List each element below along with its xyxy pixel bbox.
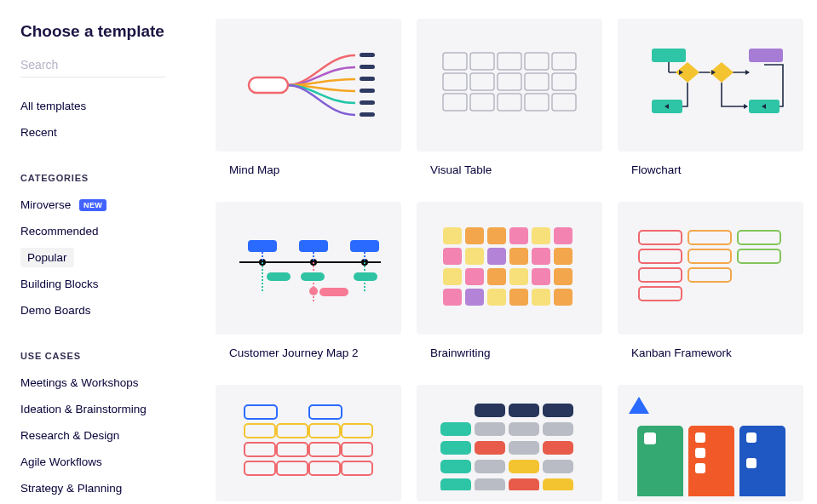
template-card-kanban[interactable]: Kanban Framework [618,202,803,369]
svg-rect-116 [509,478,539,490]
nav-all-templates[interactable]: All templates [20,96,91,116]
svg-rect-125 [746,432,757,443]
template-card-visual-table[interactable]: Visual Table [417,19,602,186]
svg-rect-84 [738,249,780,263]
svg-rect-106 [440,441,471,455]
page-title: Choose a template [20,22,200,41]
nav-popular[interactable]: Popular [20,248,74,267]
svg-rect-71 [465,289,484,306]
svg-rect-100 [509,404,539,417]
svg-rect-113 [543,460,573,473]
svg-rect-77 [639,249,682,263]
svg-rect-51 [319,288,348,296]
template-thumb [417,19,602,152]
svg-rect-48 [354,272,377,281]
svg-rect-126 [746,458,757,468]
svg-rect-96 [277,461,308,475]
svg-rect-36 [299,240,328,252]
section-categories-label: CATEGORIES [20,173,200,183]
template-card-flowchart[interactable]: Flowchart [618,19,803,186]
svg-rect-61 [509,248,528,265]
svg-rect-89 [309,424,340,438]
svg-rect-69 [554,268,572,285]
svg-rect-78 [639,268,682,282]
svg-rect-18 [470,94,494,111]
svg-rect-37 [350,240,379,252]
svg-rect-115 [475,478,505,490]
svg-rect-104 [509,422,539,436]
template-card-cjm[interactable]: Customer Journey Map 2 [216,202,401,369]
svg-rect-68 [532,268,550,285]
svg-rect-52 [443,227,462,244]
svg-rect-95 [245,461,275,475]
main-area: Mind Map Visual Table [200,0,817,504]
svg-rect-70 [443,289,462,306]
svg-rect-105 [543,422,573,436]
svg-rect-57 [554,227,572,244]
template-card[interactable] [216,385,401,501]
svg-rect-55 [509,227,528,244]
search-input[interactable] [20,53,165,77]
svg-rect-59 [465,248,484,265]
svg-rect-94 [342,443,372,456]
nav-ideation[interactable]: Ideation & Brainstorming [20,399,152,419]
svg-rect-35 [248,240,277,252]
nav-recent[interactable]: Recent [20,123,62,142]
nav-strategy[interactable]: Strategy & Planning [20,478,127,498]
usecases-list: Meetings & Workshops Ideation & Brainsto… [20,373,200,504]
template-title: Visual Table [417,152,602,186]
svg-rect-1 [360,53,375,57]
svg-rect-88 [277,424,308,438]
svg-rect-83 [738,231,780,244]
svg-rect-92 [277,443,308,456]
svg-rect-75 [554,289,572,306]
svg-rect-117 [543,478,573,490]
svg-rect-122 [695,432,705,443]
template-card[interactable] [417,385,602,501]
svg-rect-111 [475,460,505,473]
svg-rect-79 [639,287,682,301]
svg-rect-16 [552,73,576,90]
nav-demo-boards[interactable]: Demo Boards [20,301,96,320]
svg-rect-54 [487,227,506,244]
svg-rect-15 [525,73,549,90]
template-card-mind-map[interactable]: Mind Map [216,19,401,186]
svg-rect-21 [552,94,576,111]
svg-rect-67 [509,268,528,285]
template-thumb [216,385,401,501]
svg-rect-2 [360,65,375,69]
svg-rect-3 [360,77,375,81]
svg-rect-56 [532,227,550,244]
nav-item-label: Miroverse [20,198,71,211]
sidebar: Choose a template All templates Recent C… [0,0,200,504]
nav-recommended[interactable]: Recommended [20,221,104,241]
svg-rect-8 [470,53,494,70]
svg-rect-23 [749,49,783,62]
svg-rect-81 [688,249,731,263]
nav-meetings[interactable]: Meetings & Workshops [20,373,144,392]
nav-building-blocks[interactable]: Building Blocks [20,274,104,294]
svg-rect-112 [509,460,539,473]
categories-list: Miroverse NEW Recommended Popular Buildi… [20,195,200,327]
template-card-brainwriting[interactable]: Brainwriting [417,202,602,369]
svg-rect-85 [245,405,277,419]
svg-rect-13 [470,73,494,90]
svg-marker-32 [744,104,748,109]
template-thumb [618,202,803,335]
svg-rect-102 [440,422,471,436]
svg-rect-63 [554,248,572,265]
template-title: Mind Map [216,152,401,186]
template-thumb [417,202,602,335]
template-card[interactable] [618,385,803,501]
svg-rect-4 [360,89,375,93]
svg-rect-10 [525,53,549,70]
svg-point-50 [309,287,318,295]
template-title: Kanban Framework [618,335,803,369]
svg-rect-74 [532,289,550,306]
svg-rect-73 [509,289,528,306]
svg-rect-12 [443,73,467,90]
svg-rect-101 [543,404,573,417]
nav-research[interactable]: Research & Design [20,426,124,445]
nav-agile[interactable]: Agile Workflows [20,452,107,472]
nav-miroverse[interactable]: Miroverse NEW [20,195,112,215]
